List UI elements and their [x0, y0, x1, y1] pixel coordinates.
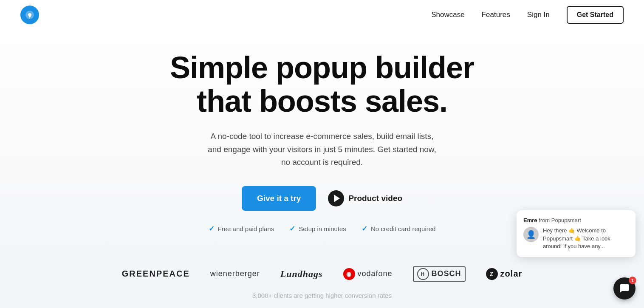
logo-lundhags: Lundhags — [280, 268, 323, 280]
bosch-icon: H — [417, 268, 429, 280]
hero-title: Simple popup builder that boosts sales. — [170, 51, 474, 118]
logo-bosch: H BOSCH — [413, 266, 466, 282]
feature-setup-minutes: ✓ Setup in minutes — [289, 224, 346, 233]
nav-links: Showcase Features Sign In Get Started — [431, 6, 624, 24]
logo-greenpeace: GREENPEACE — [122, 269, 190, 279]
chat-agent-name: Emre — [523, 217, 537, 223]
navbar: Showcase Features Sign In Get Started — [0, 0, 644, 30]
nav-showcase[interactable]: Showcase — [431, 11, 464, 19]
product-video-button[interactable]: Product video — [328, 190, 402, 206]
chat-body: 👤 Hey there 🤙 Welcome to Popupsmart 🤙 Ta… — [523, 227, 629, 250]
logo-vodafone: ◉ vodafone — [343, 268, 393, 280]
checkmark-icon: ✓ — [209, 224, 215, 233]
chat-bubble-button[interactable]: 1 — [613, 277, 636, 300]
logo-zolar: Z zolar — [486, 268, 523, 280]
logo-wienerberger: wienerberger — [210, 269, 260, 278]
vodafone-icon: ◉ — [343, 268, 355, 280]
nav-signin[interactable]: Sign In — [527, 11, 550, 19]
logo[interactable] — [20, 6, 39, 24]
nav-get-started-button[interactable]: Get Started — [567, 6, 624, 24]
chat-header: Emre from Popupsmart — [523, 217, 629, 223]
feature-label-free-plans: Free and paid plans — [218, 225, 274, 232]
feature-label-setup: Setup in minutes — [299, 225, 346, 232]
features-row: ✓ Free and paid plans ✓ Setup in minutes… — [209, 224, 436, 233]
product-video-label: Product video — [348, 194, 402, 203]
chat-badge-count: 1 — [629, 277, 636, 284]
checkmark-icon-3: ✓ — [362, 224, 367, 233]
nav-features[interactable]: Features — [482, 11, 510, 19]
logos-caption: 3,000+ clients are getting higher conver… — [252, 292, 392, 299]
checkmark-icon-2: ✓ — [289, 224, 295, 233]
logos-section: GREENPEACE wienerberger Lundhags ◉ vodaf… — [8, 254, 636, 299]
zolar-icon: Z — [486, 268, 498, 280]
svg-point-1 — [29, 17, 30, 18]
chat-avatar: 👤 — [523, 227, 539, 242]
logos-row: GREENPEACE wienerberger Lundhags ◉ vodaf… — [105, 262, 539, 286]
cta-row: Give it a try Product video — [242, 186, 402, 211]
feature-label-no-cc: No credit card required — [371, 225, 436, 232]
chat-bubble-icon — [619, 283, 630, 294]
hero-section: Simple popup builder that boosts sales. … — [0, 30, 644, 308]
play-icon — [328, 190, 344, 206]
give-it-a-try-button[interactable]: Give it a try — [242, 186, 316, 211]
feature-free-plans: ✓ Free and paid plans — [209, 224, 274, 233]
hero-subtitle: A no-code tool to increase e-commerce sa… — [203, 130, 441, 169]
chat-message: Hey there 🤙 Welcome to Popupsmart 🤙 Take… — [543, 227, 629, 250]
chat-widget[interactable]: Emre from Popupsmart 👤 Hey there 🤙 Welco… — [517, 210, 636, 257]
feature-no-credit-card: ✓ No credit card required — [362, 224, 436, 233]
chat-from: from Popupsmart — [539, 217, 581, 223]
